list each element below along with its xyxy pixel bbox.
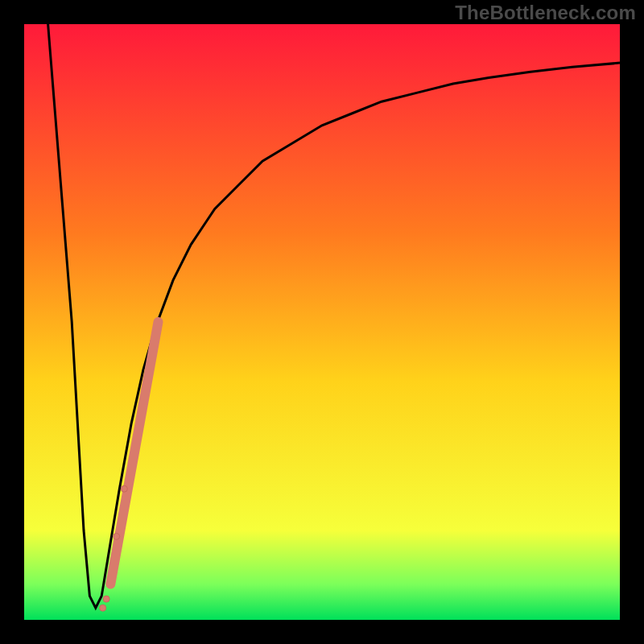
marker-dot — [114, 533, 120, 539]
marker-dot — [121, 485, 127, 492]
marker-dot — [100, 605, 106, 611]
chart-frame: TheBottleneck.com — [0, 0, 644, 644]
marker-dot — [103, 596, 109, 602]
watermark-label: TheBottleneck.com — [455, 2, 636, 24]
bottleneck-chart — [0, 0, 644, 644]
